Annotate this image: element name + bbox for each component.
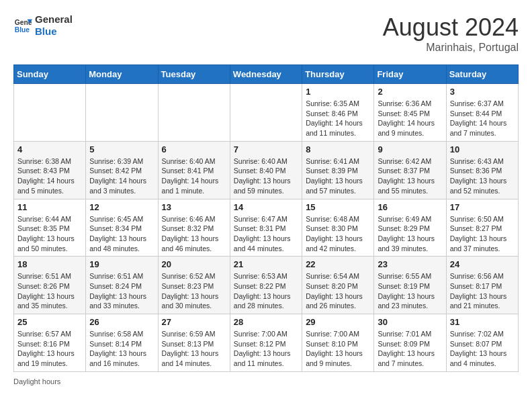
calendar-cell: 28Sunrise: 7:00 AM Sunset: 8:12 PM Dayli… [230,314,302,372]
day-number: 17 [450,202,515,212]
calendar-cell: 24Sunrise: 6:56 AM Sunset: 8:17 PM Dayli… [446,257,518,314]
daylight-label: Daylight hours [13,377,60,385]
day-number: 23 [378,259,442,269]
day-number: 15 [306,202,370,212]
day-number: 19 [89,259,154,269]
calendar-cell: 5Sunrise: 6:39 AM Sunset: 8:42 PM Daylig… [86,141,158,199]
day-number: 30 [378,317,442,327]
day-info: Sunrise: 6:36 AM Sunset: 8:45 PM Dayligh… [378,99,442,138]
calendar-cell: 7Sunrise: 6:40 AM Sunset: 8:40 PM Daylig… [230,141,302,199]
day-number: 22 [306,259,370,269]
day-info: Sunrise: 6:35 AM Sunset: 8:46 PM Dayligh… [306,99,370,138]
day-info: Sunrise: 7:02 AM Sunset: 8:07 PM Dayligh… [450,329,515,369]
day-info: Sunrise: 6:40 AM Sunset: 8:41 PM Dayligh… [162,156,226,196]
day-number: 4 [17,144,82,154]
day-number: 14 [234,202,298,212]
calendar-table: SundayMondayTuesdayWednesdayThursdayFrid… [13,64,519,372]
day-info: Sunrise: 7:00 AM Sunset: 8:12 PM Dayligh… [234,329,298,369]
calendar-cell: 15Sunrise: 6:48 AM Sunset: 8:30 PM Dayli… [302,199,374,257]
header-day-thursday: Thursday [302,65,374,84]
day-info: Sunrise: 6:50 AM Sunset: 8:27 PM Dayligh… [450,214,515,254]
day-number: 26 [89,317,154,327]
location-subtitle: Marinhais, Portugal [383,42,519,54]
title-block: August 2024 Marinhais, Portugal [383,13,519,54]
calendar-header: SundayMondayTuesdayWednesdayThursdayFrid… [14,65,519,84]
calendar-cell: 26Sunrise: 6:58 AM Sunset: 8:14 PM Dayli… [86,314,158,372]
calendar-cell: 11Sunrise: 6:44 AM Sunset: 8:35 PM Dayli… [14,199,86,257]
day-info: Sunrise: 6:41 AM Sunset: 8:39 PM Dayligh… [306,156,370,196]
calendar-cell: 21Sunrise: 6:53 AM Sunset: 8:22 PM Dayli… [230,257,302,314]
calendar-cell: 12Sunrise: 6:45 AM Sunset: 8:34 PM Dayli… [86,199,158,257]
calendar-cell: 25Sunrise: 6:57 AM Sunset: 8:16 PM Dayli… [14,314,86,372]
svg-text:Blue: Blue [15,26,30,34]
day-number: 5 [89,144,154,154]
day-info: Sunrise: 6:55 AM Sunset: 8:19 PM Dayligh… [378,271,442,311]
day-info: Sunrise: 6:58 AM Sunset: 8:14 PM Dayligh… [89,329,154,369]
logo-line2: Blue [35,26,73,38]
day-info: Sunrise: 6:42 AM Sunset: 8:37 PM Dayligh… [378,156,442,196]
day-info: Sunrise: 6:47 AM Sunset: 8:31 PM Dayligh… [234,214,298,254]
day-number: 3 [450,87,515,97]
day-info: Sunrise: 6:39 AM Sunset: 8:42 PM Dayligh… [89,156,154,196]
day-number: 9 [378,144,442,154]
day-info: Sunrise: 6:59 AM Sunset: 8:13 PM Dayligh… [162,329,226,369]
day-number: 11 [17,202,82,212]
calendar-cell: 6Sunrise: 6:40 AM Sunset: 8:41 PM Daylig… [158,141,230,199]
day-number: 7 [234,144,298,154]
day-info: Sunrise: 6:49 AM Sunset: 8:29 PM Dayligh… [378,214,442,254]
calendar-week-4: 18Sunrise: 6:51 AM Sunset: 8:26 PM Dayli… [14,257,519,314]
month-year-title: August 2024 [383,13,519,42]
day-info: Sunrise: 6:45 AM Sunset: 8:34 PM Dayligh… [89,214,154,254]
calendar-cell: 9Sunrise: 6:42 AM Sunset: 8:37 PM Daylig… [374,141,446,199]
calendar-cell: 2Sunrise: 6:36 AM Sunset: 8:45 PM Daylig… [374,84,446,142]
calendar-cell: 8Sunrise: 6:41 AM Sunset: 8:39 PM Daylig… [302,141,374,199]
day-number: 31 [450,317,515,327]
day-number: 18 [17,259,82,269]
day-info: Sunrise: 6:43 AM Sunset: 8:36 PM Dayligh… [450,156,515,196]
calendar-cell [158,84,230,142]
day-number: 13 [162,202,226,212]
day-info: Sunrise: 6:51 AM Sunset: 8:26 PM Dayligh… [17,271,82,311]
day-info: Sunrise: 6:40 AM Sunset: 8:40 PM Dayligh… [234,156,298,196]
calendar-week-1: 1Sunrise: 6:35 AM Sunset: 8:46 PM Daylig… [14,84,519,142]
header-day-friday: Friday [374,65,446,84]
day-info: Sunrise: 7:00 AM Sunset: 8:10 PM Dayligh… [306,329,370,369]
day-info: Sunrise: 7:01 AM Sunset: 8:09 PM Dayligh… [378,329,442,369]
header-day-saturday: Saturday [446,65,518,84]
calendar-cell [230,84,302,142]
header-day-tuesday: Tuesday [158,65,230,84]
day-number: 29 [306,317,370,327]
day-number: 12 [89,202,154,212]
day-number: 28 [234,317,298,327]
calendar-cell: 19Sunrise: 6:51 AM Sunset: 8:24 PM Dayli… [86,257,158,314]
logo: General Blue General Blue [13,13,73,38]
calendar-cell: 14Sunrise: 6:47 AM Sunset: 8:31 PM Dayli… [230,199,302,257]
calendar-cell: 1Sunrise: 6:35 AM Sunset: 8:46 PM Daylig… [302,84,374,142]
calendar-cell [14,84,86,142]
calendar-cell: 18Sunrise: 6:51 AM Sunset: 8:26 PM Dayli… [14,257,86,314]
header-row: SundayMondayTuesdayWednesdayThursdayFrid… [14,65,519,84]
calendar-cell: 23Sunrise: 6:55 AM Sunset: 8:19 PM Dayli… [374,257,446,314]
day-info: Sunrise: 6:38 AM Sunset: 8:43 PM Dayligh… [17,156,82,196]
calendar-cell: 30Sunrise: 7:01 AM Sunset: 8:09 PM Dayli… [374,314,446,372]
header-day-sunday: Sunday [14,65,86,84]
day-info: Sunrise: 6:37 AM Sunset: 8:44 PM Dayligh… [450,99,515,138]
calendar-cell: 17Sunrise: 6:50 AM Sunset: 8:27 PM Dayli… [446,199,518,257]
calendar-cell: 4Sunrise: 6:38 AM Sunset: 8:43 PM Daylig… [14,141,86,199]
day-number: 2 [378,87,442,97]
header-day-monday: Monday [86,65,158,84]
calendar-cell: 27Sunrise: 6:59 AM Sunset: 8:13 PM Dayli… [158,314,230,372]
calendar-cell: 16Sunrise: 6:49 AM Sunset: 8:29 PM Dayli… [374,199,446,257]
calendar-cell: 10Sunrise: 6:43 AM Sunset: 8:36 PM Dayli… [446,141,518,199]
calendar-cell: 31Sunrise: 7:02 AM Sunset: 8:07 PM Dayli… [446,314,518,372]
calendar-cell: 20Sunrise: 6:52 AM Sunset: 8:23 PM Dayli… [158,257,230,314]
calendar-week-3: 11Sunrise: 6:44 AM Sunset: 8:35 PM Dayli… [14,199,519,257]
logo-line1: General [35,13,73,26]
day-info: Sunrise: 6:44 AM Sunset: 8:35 PM Dayligh… [17,214,82,254]
page-header: General Blue General Blue August 2024 Ma… [13,13,519,54]
day-info: Sunrise: 6:56 AM Sunset: 8:17 PM Dayligh… [450,271,515,311]
calendar-cell: 29Sunrise: 7:00 AM Sunset: 8:10 PM Dayli… [302,314,374,372]
day-number: 1 [306,87,370,97]
day-info: Sunrise: 6:48 AM Sunset: 8:30 PM Dayligh… [306,214,370,254]
day-info: Sunrise: 6:46 AM Sunset: 8:32 PM Dayligh… [162,214,226,254]
